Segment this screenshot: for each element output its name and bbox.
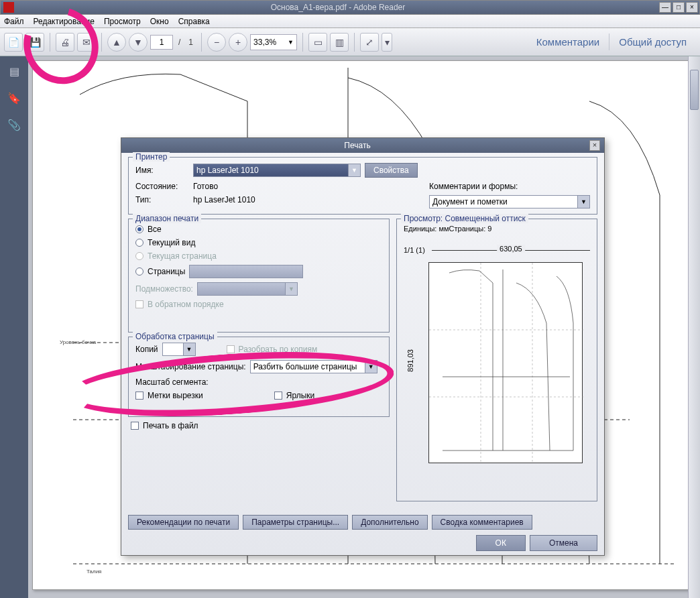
- printing-tips-button[interactable]: Рекомендации по печати: [128, 515, 239, 530]
- preview-units: Единицы: ммСтраницы: 9: [404, 225, 590, 233]
- menu-file[interactable]: Файл: [4, 17, 24, 26]
- share-panel-button[interactable]: Общий доступ: [609, 34, 696, 50]
- bookmark-icon[interactable]: 🔖: [6, 90, 22, 106]
- mail-icon[interactable]: ✉: [77, 33, 96, 52]
- thumbnails-icon[interactable]: ▤: [6, 63, 22, 79]
- preview-width: 630,05: [497, 245, 525, 253]
- page-scaling-label: Масштабирование страницы:: [135, 362, 246, 371]
- chevron-down-icon: ▼: [365, 361, 377, 373]
- print-range-fieldset: Диапазон печати Все Текущий вид Текущая …: [128, 219, 390, 333]
- toolbar: 📄 💾 🖨 ✉ ▲ ▼ / 1 − + 33,3% ▼ ▭ ▥ ⤢ ▾ Комм…: [0, 28, 700, 56]
- chevron-down-icon: ▼: [348, 164, 360, 176]
- separator: [302, 33, 303, 52]
- preview-legend: Просмотр: Совмещенный оттиск: [401, 214, 528, 223]
- window-titlebar: Основа_А1-вера.pdf - Adobe Reader — □ ×: [0, 0, 700, 15]
- close-button[interactable]: ×: [686, 2, 698, 13]
- print-icon[interactable]: 🖨: [56, 33, 74, 52]
- fit-width-icon[interactable]: ▥: [330, 33, 349, 52]
- tile-scale-label: Масштаб сегмента:: [135, 377, 209, 387]
- chevron-down-icon: ▼: [183, 343, 195, 355]
- preview-fieldset: Просмотр: Совмещенный оттиск Единицы: мм…: [396, 219, 597, 501]
- save-icon[interactable]: 💾: [25, 33, 44, 52]
- app-icon: [3, 2, 14, 13]
- printer-name-select[interactable]: hp LaserJet 1010 ▼: [193, 164, 361, 177]
- page-setup-button[interactable]: Параметры страницы...: [243, 515, 348, 530]
- print-range-legend: Диапазон печати: [133, 214, 201, 223]
- printer-fieldset: Принтер Имя: hp LaserJet 1010 ▼ Свойства…: [128, 157, 597, 215]
- window-title: Основа_А1-вера.pdf - Adobe Reader: [17, 3, 659, 12]
- separator: [201, 33, 202, 52]
- fit-page-icon[interactable]: ▭: [308, 33, 327, 52]
- menubar: Файл Редактирование Просмотр Окно Справк…: [0, 15, 700, 28]
- preview-sheet: 1/1 (1): [404, 246, 425, 254]
- range-all-radio[interactable]: Все: [135, 225, 162, 234]
- printer-name-value: hp LaserJet 1010: [196, 166, 259, 175]
- maximize-button[interactable]: □: [673, 2, 685, 13]
- comments-forms-value: Документ и пометки: [432, 197, 508, 206]
- chevron-down-icon: ▼: [285, 283, 297, 295]
- printer-status-label: Состояние:: [135, 182, 189, 191]
- dialog-title: Печать: [125, 141, 589, 150]
- zoom-select[interactable]: 33,3% ▼: [250, 34, 297, 50]
- page-scaling-select[interactable]: Разбить большие страницы ▼: [250, 360, 377, 373]
- separator: [101, 33, 102, 52]
- crop-marks-checkbox[interactable]: Метки вырезки: [135, 391, 203, 400]
- menu-window[interactable]: Окно: [150, 17, 169, 26]
- vertical-scrollbar[interactable]: [688, 56, 700, 598]
- label-waist: Талия: [86, 569, 101, 575]
- read-mode-icon[interactable]: ⤢: [360, 33, 379, 52]
- scrollbar-thumb[interactable]: [690, 70, 699, 110]
- page-handling-legend: Обработка страницы: [133, 332, 217, 341]
- print-to-file-checkbox[interactable]: Печать в файл: [131, 421, 198, 430]
- menu-help[interactable]: Справка: [178, 17, 210, 26]
- range-pages-radio[interactable]: Страницы: [135, 267, 185, 276]
- range-currentpage-radio[interactable]: Текущая страница: [135, 251, 217, 261]
- printer-type-value: hp LaserJet 1010: [193, 195, 255, 204]
- attachment-icon[interactable]: 📎: [6, 117, 22, 133]
- pages-input[interactable]: [189, 265, 303, 278]
- advanced-button[interactable]: Дополнительно: [352, 515, 427, 530]
- page-total: 1: [188, 38, 193, 47]
- zoom-out-icon[interactable]: −: [207, 33, 226, 52]
- reverse-order-checkbox: В обратном порядке: [135, 300, 224, 309]
- dialog-close-button[interactable]: ×: [589, 140, 600, 151]
- comments-forms-select[interactable]: Документ и пометки ▼: [429, 195, 590, 208]
- zoom-value: 33,3%: [253, 38, 276, 47]
- preview-thumbnail: [428, 262, 583, 463]
- menu-view[interactable]: Просмотр: [104, 17, 141, 26]
- dialog-titlebar: Печать ×: [121, 138, 604, 153]
- dropdown-icon[interactable]: ▾: [382, 33, 392, 52]
- print-dialog: Печать × Принтер Имя: hp LaserJet 1010 ▼…: [121, 137, 605, 556]
- printer-properties-button[interactable]: Свойства: [365, 163, 418, 178]
- chevron-down-icon: ▼: [288, 39, 294, 46]
- ok-button[interactable]: ОК: [476, 535, 526, 551]
- prev-page-icon[interactable]: ▲: [107, 33, 126, 52]
- page-scaling-value: Разбить большие страницы: [253, 362, 357, 371]
- comments-forms-label: Комментарии и формы:: [429, 182, 518, 191]
- label-level-side: Уровень бочка: [60, 339, 97, 345]
- page-handling-fieldset: Обработка страницы Копий ▼ Разобрать по …: [128, 337, 390, 417]
- page-number-input[interactable]: [150, 35, 173, 50]
- minimize-button[interactable]: —: [659, 2, 671, 13]
- comments-panel-button[interactable]: Комментарии: [536, 36, 599, 48]
- printer-type-label: Тип:: [135, 195, 189, 204]
- subset-select: ▼: [197, 282, 298, 296]
- labels-checkbox[interactable]: Ярлыки: [274, 391, 315, 400]
- range-currentview-radio[interactable]: Текущий вид: [135, 238, 195, 247]
- printer-legend: Принтер: [133, 152, 170, 162]
- sidebar: ▤ 🔖 📎: [0, 56, 28, 598]
- menu-edit[interactable]: Редактирование: [34, 17, 95, 26]
- copies-spinner[interactable]: ▼: [162, 343, 196, 356]
- printer-status-value: Готово: [193, 182, 218, 191]
- subset-label: Подмножество:: [135, 284, 193, 294]
- page-sep: /: [178, 38, 180, 47]
- open-icon[interactable]: 📄: [4, 33, 23, 52]
- dialog-footer: Рекомендации по печати Параметры страниц…: [121, 510, 604, 535]
- summarize-comments-button[interactable]: Сводка комментариев: [432, 515, 532, 530]
- separator: [354, 33, 355, 52]
- preview-height: 891,03: [406, 349, 414, 372]
- chevron-down-icon: ▼: [577, 196, 589, 208]
- next-page-icon[interactable]: ▼: [129, 33, 148, 52]
- cancel-button[interactable]: Отмена: [530, 535, 597, 551]
- zoom-in-icon[interactable]: +: [229, 33, 247, 52]
